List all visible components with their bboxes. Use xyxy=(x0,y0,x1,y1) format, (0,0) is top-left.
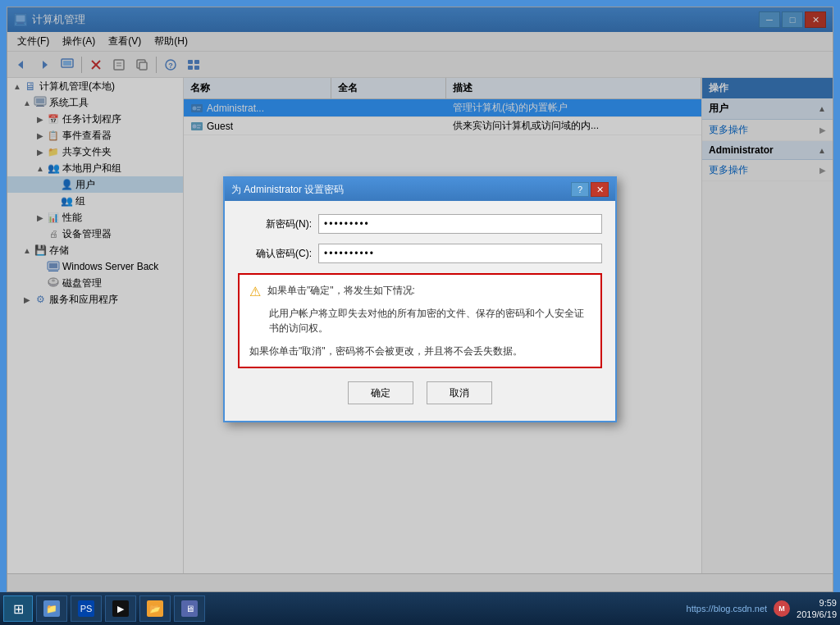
dialog-help-button[interactable]: ? xyxy=(571,182,589,197)
taskbar-cmd[interactable]: ▶ xyxy=(105,595,136,622)
notification-count: M xyxy=(778,604,785,613)
new-password-row: 新密码(N): xyxy=(238,214,602,234)
taskbar-time-display: 9:59 xyxy=(797,597,837,609)
cmd-icon: ▶ xyxy=(112,600,129,617)
notification-badge[interactable]: M xyxy=(774,600,790,617)
ok-button[interactable]: 确定 xyxy=(348,381,413,404)
taskbar-right: https://blog.csdn.net M 9:59 2019/6/19 xyxy=(687,597,837,621)
dialog-title-buttons: ? ✕ xyxy=(571,182,609,197)
cancel-button[interactable]: 取消 xyxy=(427,381,492,404)
warning-body-text2: 如果你单击"取消"，密码将不会被更改，并且将不会丢失数据。 xyxy=(249,344,591,358)
taskbar-clock: 9:59 2019/6/19 xyxy=(797,597,837,621)
new-password-label: 新密码(N): xyxy=(238,217,312,231)
warning-header: ⚠ 如果单击"确定"，将发生如下情况: xyxy=(249,283,591,299)
password-dialog: 为 Administrator 设置密码 ? ✕ 新密码(N): 确认密码(C)… xyxy=(223,176,617,422)
taskbar-folder[interactable]: 📂 xyxy=(139,595,171,622)
taskbar-powershell[interactable]: PS xyxy=(71,595,102,622)
start-button[interactable]: ⊞ xyxy=(3,595,33,622)
confirm-password-row: 确认密码(C): xyxy=(238,244,602,263)
dialog-body: 新密码(N): 确认密码(C): ⚠ 如果单击"确定"，将发生如下情况: 此用户… xyxy=(225,201,615,421)
warning-box: ⚠ 如果单击"确定"，将发生如下情况: 此用户帐户将立即失去对他的所有加密的文件… xyxy=(238,273,602,368)
warning-header-text: 如果单击"确定"，将发生如下情况: xyxy=(267,283,415,298)
explorer-icon: 📁 xyxy=(43,600,60,617)
taskbar-url: https://blog.csdn.net xyxy=(687,604,767,614)
main-window: 计算机管理 ─ □ ✕ 文件(F) 操作(A) 查看(V) 帮助(H) xyxy=(7,7,833,592)
folder-icon: 📂 xyxy=(147,600,163,617)
taskbar-explorer[interactable]: 📁 xyxy=(36,595,67,622)
network-icon: 🖥 xyxy=(181,600,198,617)
dialog-overlay: 为 Administrator 设置密码 ? ✕ 新密码(N): 确认密码(C)… xyxy=(7,7,833,591)
taskbar: ⊞ 📁 PS ▶ 📂 🖥 https://blog.csdn.net M 9:5… xyxy=(0,592,840,625)
confirm-password-input[interactable] xyxy=(318,244,602,263)
dialog-buttons: 确定 取消 xyxy=(238,381,602,408)
taskbar-network[interactable]: 🖥 xyxy=(174,595,205,622)
warning-body-text: 此用户帐户将立即失去对他的所有加密的文件、保存的密码和个人安全证书的访问权。 xyxy=(269,306,591,335)
dialog-close-button[interactable]: ✕ xyxy=(591,182,609,197)
taskbar-date-display: 2019/6/19 xyxy=(797,609,837,620)
powershell-icon: PS xyxy=(78,600,94,617)
dialog-title-bar: 为 Administrator 设置密码 ? ✕ xyxy=(225,178,615,201)
new-password-input[interactable] xyxy=(318,214,602,234)
dialog-title: 为 Administrator 设置密码 xyxy=(231,183,344,197)
confirm-password-label: 确认密码(C): xyxy=(238,247,312,261)
warning-icon: ⚠ xyxy=(249,284,261,299)
